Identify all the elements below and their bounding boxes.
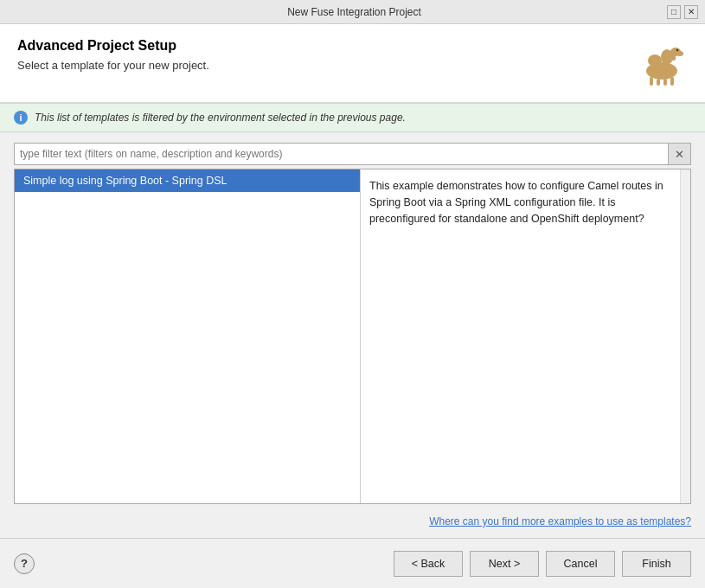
minimize-button[interactable]: □ [667, 5, 681, 19]
title-bar: New Fuse Integration Project □ ✕ [0, 0, 705, 24]
window-title: New Fuse Integration Project [42, 6, 667, 18]
svg-rect-6 [650, 77, 653, 86]
svg-point-5 [676, 51, 683, 56]
svg-point-1 [648, 54, 662, 67]
camel-logo [636, 38, 688, 88]
footer: ? < Back Next > Cancel Finish [0, 538, 705, 588]
svg-rect-9 [670, 77, 674, 86]
template-list: Simple log using Spring Boot - Spring DS… [15, 169, 361, 503]
help-button[interactable]: ? [14, 553, 35, 574]
split-pane: Simple log using Spring Boot - Spring DS… [14, 169, 691, 504]
header-text: Advanced Project Setup Select a template… [17, 38, 209, 72]
template-item[interactable]: Simple log using Spring Boot - Spring DS… [15, 169, 360, 192]
next-button[interactable]: Next > [470, 551, 539, 577]
header-section: Advanced Project Setup Select a template… [0, 24, 705, 103]
finish-button[interactable]: Finish [622, 551, 691, 577]
svg-rect-8 [663, 79, 667, 86]
info-text: This list of templates is filtered by th… [35, 112, 406, 124]
window-controls: □ ✕ [667, 5, 698, 19]
close-button[interactable]: ✕ [684, 5, 698, 19]
footer-right: < Back Next > Cancel Finish [394, 551, 691, 577]
page-title: Advanced Project Setup [17, 38, 209, 54]
description-scrollbar[interactable] [680, 169, 690, 503]
info-icon: i [14, 111, 28, 125]
svg-point-10 [676, 49, 678, 51]
footer-left: ? [14, 553, 35, 574]
filter-clear-button[interactable]: ✕ [669, 143, 691, 165]
links-row: Where can you find more examples to use … [0, 511, 705, 538]
more-examples-link[interactable]: Where can you find more examples to use … [429, 515, 691, 527]
template-description: This example demonstrates how to configu… [361, 169, 690, 503]
back-button[interactable]: < Back [394, 551, 463, 577]
svg-rect-4 [670, 50, 676, 61]
svg-rect-7 [657, 79, 660, 86]
cancel-button[interactable]: Cancel [546, 551, 615, 577]
content-area: ✕ Simple log using Spring Boot - Spring … [0, 132, 705, 538]
template-section: ✕ Simple log using Spring Boot - Spring … [0, 132, 705, 511]
filter-input[interactable] [14, 143, 669, 165]
page-subtitle: Select a template for your new project. [17, 59, 209, 72]
dialog-body: Advanced Project Setup Select a template… [0, 24, 705, 588]
filter-row: ✕ [14, 143, 691, 165]
description-text: This example demonstrates how to configu… [369, 180, 663, 225]
info-bar: i This list of templates is filtered by … [0, 103, 705, 132]
